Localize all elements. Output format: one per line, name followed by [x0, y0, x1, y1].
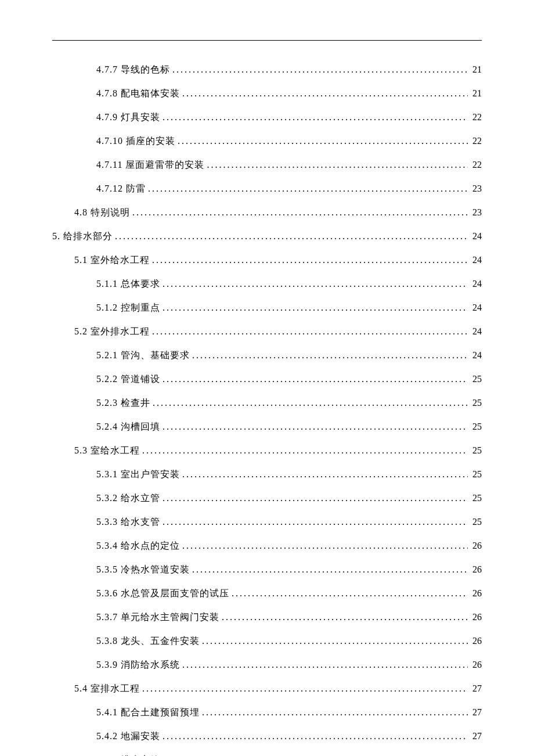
toc-entry: 5.3.1 室出户管安装25	[52, 469, 482, 481]
toc-leader-dots	[172, 64, 468, 75]
toc-leader-dots	[232, 588, 468, 599]
toc-entry-label: 5.3.3 给水支管	[96, 516, 160, 528]
toc-entry-label: 5.1.2 控制重点	[96, 302, 160, 314]
toc-entry: 5.2 室外排水工程24	[52, 326, 482, 338]
toc-entry-page: 22	[470, 160, 482, 170]
toc-leader-dots	[222, 612, 468, 622]
header-rule	[52, 35, 482, 41]
toc-leader-dots	[152, 255, 468, 265]
toc-entry: 4.8 特别说明23	[52, 207, 482, 219]
toc-entry-page: 25	[470, 422, 482, 432]
toc-leader-dots	[192, 350, 468, 361]
toc-entry-label: 5.3.2 给水立管	[96, 492, 160, 505]
toc-entry: 5.2.2 管道铺设25	[52, 373, 482, 386]
toc-entry: 5.1.2 控制重点24	[52, 302, 482, 314]
toc-entry-page: 25	[470, 374, 482, 384]
toc-entry-label: 4.8 特别说明	[74, 207, 130, 219]
table-of-contents: 4.7.7 导线的色标214.7.8 配电箱体安装214.7.9 灯具安装224…	[52, 64, 482, 756]
toc-leader-dots	[178, 136, 468, 146]
toc-leader-dots	[202, 636, 468, 646]
toc-entry-label: 4.7.8 配电箱体安装	[96, 88, 180, 100]
toc-leader-dots	[152, 326, 468, 337]
toc-entry-page: 26	[470, 541, 482, 551]
toc-entry: 5.1 室外给水工程24	[52, 254, 482, 267]
toc-leader-dots	[153, 398, 468, 408]
toc-entry-page: 24	[470, 231, 482, 242]
toc-entry-page: 26	[470, 660, 482, 670]
toc-entry: 5.2.1 管沟、基础要求24	[52, 350, 482, 362]
toc-leader-dots	[182, 541, 468, 551]
toc-entry-page: 25	[470, 445, 482, 456]
toc-entry-label: 5.2.2 管道铺设	[96, 373, 160, 386]
toc-entry: 5.3.5 冷热水管道安装26	[52, 564, 482, 576]
toc-entry-page: 24	[470, 350, 482, 361]
toc-leader-dots	[182, 660, 468, 670]
toc-leader-dots	[163, 112, 468, 123]
toc-leader-dots	[163, 374, 468, 384]
toc-leader-dots	[192, 564, 468, 575]
toc-entry-page: 27	[470, 731, 482, 741]
toc-entry-label: 4.7.12 防雷	[96, 183, 146, 195]
toc-leader-dots	[142, 683, 468, 694]
toc-entry-page: 21	[470, 88, 482, 99]
toc-entry: 4.7.11 屋面避雷带的安装22	[52, 159, 482, 171]
toc-entry-label: 4.7.11 屋面避雷带的安装	[96, 159, 204, 171]
toc-entry: 5.3.7 单元给水主管阀门安装26	[52, 611, 482, 624]
toc-entry-page: 21	[470, 64, 482, 75]
toc-leader-dots	[163, 303, 468, 313]
toc-entry: 5.3.6 水总管及层面支管的试压26	[52, 588, 482, 600]
toc-leader-dots	[182, 88, 468, 99]
toc-leader-dots	[142, 445, 468, 456]
toc-entry: 5.3 室给水工程25	[52, 445, 482, 457]
toc-entry: 5.4 室排水工程27	[52, 683, 482, 695]
toc-entry-page: 23	[470, 183, 482, 194]
toc-entry-page: 25	[470, 398, 482, 408]
toc-entry-label: 5.3 室给水工程	[74, 445, 140, 457]
toc-entry-label: 5.3.7 单元给水主管阀门安装	[96, 611, 219, 624]
toc-entry-label: 5.4.1 配合土建预留预埋	[96, 707, 200, 719]
toc-entry: 4.7.12 防雷23	[52, 183, 482, 195]
toc-leader-dots	[163, 517, 468, 527]
toc-entry: 5.3.2 给水立管25	[52, 492, 482, 505]
toc-entry: 5.2.3 检查井25	[52, 397, 482, 409]
toc-entry-page: 26	[470, 612, 482, 622]
toc-entry-page: 24	[470, 326, 482, 337]
toc-entry-label: 5.1.1 总体要求	[96, 278, 160, 290]
toc-entry-page: 26	[470, 636, 482, 646]
toc-entry: 4.7.10 插座的安装22	[52, 135, 482, 147]
toc-entry: 5.4.2 地漏安装27	[52, 730, 482, 743]
toc-leader-dots	[207, 160, 468, 170]
toc-leader-dots	[132, 207, 468, 218]
toc-entry: 4.7.8 配电箱体安装21	[52, 88, 482, 100]
toc-entry: 5. 给排水部分24	[52, 231, 482, 243]
toc-entry-label: 5.3.8 龙头、五金件安装	[96, 635, 200, 647]
toc-leader-dots	[163, 422, 468, 432]
toc-entry-label: 5.4 室排水工程	[74, 683, 140, 695]
toc-entry-label: 4.7.7 导线的色标	[96, 64, 170, 76]
toc-leader-dots	[163, 731, 468, 741]
toc-entry: 5.3.4 给水点的定位26	[52, 540, 482, 552]
toc-entry: 5.1.1 总体要求24	[52, 278, 482, 290]
toc-leader-dots	[115, 231, 468, 242]
toc-entry-label: 5.3.5 冷热水管道安装	[96, 564, 190, 576]
toc-entry-page: 27	[470, 707, 482, 718]
toc-leader-dots	[163, 493, 468, 503]
toc-entry-page: 26	[470, 564, 482, 575]
toc-entry: 5.4.1 配合土建预留预埋27	[52, 707, 482, 719]
toc-entry: 5.2.4 沟槽回填25	[52, 421, 482, 433]
toc-entry: 4.7.7 导线的色标21	[52, 64, 482, 76]
toc-leader-dots	[202, 707, 468, 718]
toc-entry-page: 25	[470, 517, 482, 527]
toc-entry-label: 5.1 室外给水工程	[74, 254, 150, 267]
toc-entry-label: 5.3.6 水总管及层面支管的试压	[96, 588, 229, 600]
toc-entry-label: 4.7.9 灯具安装	[96, 111, 160, 124]
toc-entry-label: 5.3.4 给水点的定位	[96, 540, 180, 552]
toc-entry-page: 25	[470, 493, 482, 503]
toc-entry-page: 24	[470, 279, 482, 289]
toc-leader-dots	[148, 183, 468, 194]
toc-entry-page: 23	[470, 207, 482, 218]
toc-entry-label: 5.3.1 室出户管安装	[96, 469, 180, 481]
toc-entry-label: 5.4.2 地漏安装	[96, 730, 160, 743]
toc-entry-label: 5.2 室外排水工程	[74, 326, 150, 338]
toc-entry-page: 24	[470, 255, 482, 265]
